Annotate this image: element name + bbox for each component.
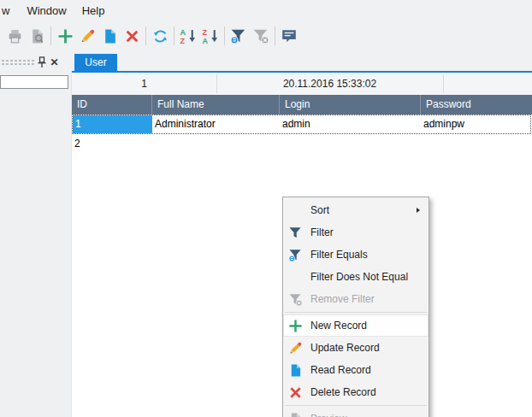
- toolbar-separator: [174, 26, 174, 45]
- empty-icon-slot: [286, 268, 304, 285]
- remove-filter-icon: [288, 292, 303, 307]
- plus-icon: [288, 319, 303, 333]
- menu-item-label: Preview: [310, 413, 347, 417]
- remove-filter-icon: [252, 27, 269, 44]
- menu-item-sort[interactable]: Sort: [283, 199, 429, 221]
- toolbar-separator: [145, 26, 146, 45]
- remove-filter-button[interactable]: [250, 25, 272, 47]
- update-record-button[interactable]: [76, 25, 98, 47]
- toolbar-separator: [224, 26, 225, 45]
- filter-button[interactable]: [228, 25, 250, 47]
- menu-item-update-record[interactable]: Update Record: [283, 337, 429, 359]
- svg-text:A: A: [203, 36, 209, 44]
- menu-separator: [285, 312, 427, 313]
- refresh-button[interactable]: [149, 25, 171, 47]
- grid-row[interactable]: 2: [72, 134, 80, 154]
- grid-summary-row: 1 20.11.2016 15:33:02: [72, 73, 532, 95]
- printer-icon: [7, 28, 23, 44]
- menu-item-delete-record[interactable]: Delete Record: [283, 381, 429, 403]
- dock-panel-body: [0, 71, 72, 417]
- panel-close-button[interactable]: ✕: [48, 56, 61, 69]
- cell-login[interactable]: admin: [280, 115, 421, 133]
- menu-item-new-record[interactable]: New Record: [283, 314, 429, 337]
- toolbar: A Z Z A: [0, 21, 532, 50]
- read-record-button[interactable]: [98, 25, 121, 47]
- context-menu: Sort Filter Filter Equals: [282, 197, 429, 417]
- print-preview-button[interactable]: [26, 25, 48, 47]
- menu-bar: w Window Help: [0, 0, 532, 21]
- document-icon: [288, 363, 303, 378]
- column-header-full-name[interactable]: Full Name: [152, 95, 280, 115]
- menu-item-filter-equals[interactable]: Filter Equals: [283, 244, 429, 266]
- filter-icon: [230, 27, 247, 44]
- column-header-password[interactable]: Password: [421, 95, 532, 115]
- menu-item-label: New Record: [310, 320, 367, 332]
- menu-item-remove-filter[interactable]: Remove Filter: [283, 288, 429, 310]
- empty-icon-slot: [286, 202, 304, 219]
- toolbar-separator: [50, 26, 51, 45]
- menu-item-label: Filter Equals: [310, 249, 368, 261]
- panel-pin-button[interactable]: [35, 56, 48, 69]
- menu-item-label: Filter Does Not Equal: [310, 271, 408, 283]
- timestamp-value: 20.11.2016 15:33:02: [216, 73, 443, 95]
- cell-full-name[interactable]: Administrator: [152, 115, 280, 133]
- column-header-id[interactable]: ID: [72, 95, 152, 115]
- menu-item-label: Update Record: [310, 342, 380, 354]
- menu-item-read-record[interactable]: Read Record: [283, 359, 429, 381]
- new-record-button[interactable]: [54, 25, 76, 47]
- svg-text:Z: Z: [180, 36, 186, 44]
- panel-search-input[interactable]: [0, 75, 68, 89]
- sort-ascending-button[interactable]: A Z: [177, 25, 199, 47]
- refresh-icon: [152, 28, 168, 44]
- menu-item-window[interactable]: Window: [23, 3, 69, 19]
- preview-icon: [288, 412, 303, 417]
- filter-icon: [288, 226, 303, 240]
- close-icon: ✕: [50, 57, 58, 68]
- menu-item-help[interactable]: Help: [79, 3, 109, 19]
- toolbar-separator: [275, 26, 275, 45]
- menu-item-label: Remove Filter: [310, 293, 375, 305]
- dock-panel-header: ✕: [0, 53, 72, 71]
- delete-x-icon: [124, 28, 140, 44]
- delete-x-icon: [288, 385, 303, 400]
- print-preview-icon: [29, 28, 45, 44]
- cell-id-selected[interactable]: 1: [73, 115, 152, 133]
- menu-item-label: Filter: [310, 226, 334, 238]
- menu-item-preview[interactable]: Preview: [283, 408, 429, 417]
- panel-drag-grip[interactable]: [1, 59, 35, 65]
- print-button[interactable]: [3, 25, 26, 47]
- summary-cell-separator: [443, 74, 444, 93]
- pin-icon: [37, 56, 47, 68]
- tab-user[interactable]: User: [74, 54, 117, 71]
- filter-equals-icon: [288, 248, 303, 262]
- document-icon: [102, 28, 118, 44]
- comment-bubble-icon: [281, 27, 298, 44]
- sort-za-icon: Z A: [202, 28, 219, 44]
- menu-item-filter-does-not-equal[interactable]: Filter Does Not Equal: [283, 266, 429, 288]
- comments-button[interactable]: [278, 25, 300, 47]
- grid-header: ID Full Name Login Password: [72, 95, 532, 115]
- pencil-icon: [80, 28, 96, 44]
- summary-cell-separator: [216, 74, 217, 93]
- record-count: 1: [72, 73, 216, 95]
- sort-az-icon: A Z: [180, 28, 197, 44]
- menu-separator: [285, 405, 427, 406]
- submenu-arrow-icon: [417, 208, 420, 213]
- menu-item-filter[interactable]: Filter: [283, 221, 429, 244]
- cell-password[interactable]: adminpw: [421, 115, 530, 133]
- plus-icon: [57, 28, 74, 44]
- column-header-login[interactable]: Login: [280, 95, 421, 115]
- delete-record-button[interactable]: [121, 25, 143, 47]
- grid-row-focused: 1 Administrator admin adminpw: [72, 115, 531, 134]
- application-window: w Window Help: [0, 0, 532, 417]
- menu-item-label: Delete Record: [310, 386, 376, 398]
- pencil-icon: [288, 341, 303, 355]
- menu-item-partial[interactable]: w: [0, 3, 13, 19]
- menu-item-label: Sort: [310, 204, 329, 216]
- menu-item-label: Read Record: [310, 364, 371, 376]
- sort-descending-button[interactable]: Z A: [199, 25, 222, 47]
